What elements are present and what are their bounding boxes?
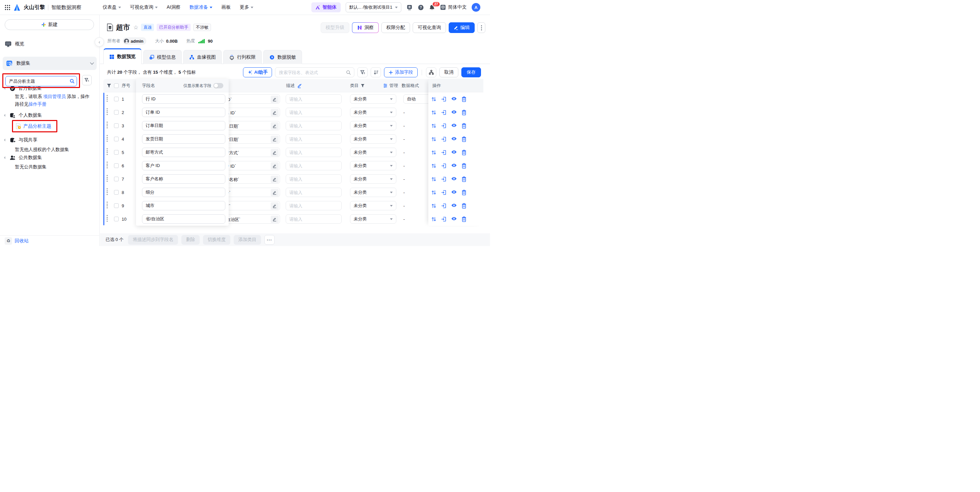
sidebar-collapse-button[interactable]: ‹ [95,37,104,47]
drag-handle-icon[interactable] [107,95,108,102]
category-select[interactable]: 未分类 [350,188,396,197]
description-input[interactable] [286,188,342,197]
edit-expression-button[interactable] [270,109,278,116]
delete-field-button[interactable] [461,203,467,209]
category-select[interactable]: 未分类 [350,94,396,103]
more-bulk-actions-button[interactable]: ··· [264,235,275,245]
more-actions-button[interactable] [477,22,485,33]
field-name-input[interactable] [142,161,225,170]
drag-handle-icon[interactable] [107,215,108,222]
convert-field-button[interactable] [441,136,447,142]
field-name-input[interactable] [142,148,225,157]
hide-field-button[interactable] [451,110,457,115]
owner-chip[interactable]: admin [123,37,146,45]
move-field-button[interactable] [431,150,437,155]
tab-model-info[interactable]: 模型信息 [143,50,182,64]
convert-field-button[interactable] [441,96,447,102]
move-field-button[interactable] [431,96,437,102]
edit-expression-button[interactable] [270,96,278,103]
sidebar-item-public-datasets[interactable]: 公共数据集 [0,154,42,162]
field-name-input[interactable] [142,214,225,224]
drag-handle-icon[interactable] [107,122,108,128]
dataset-filter-button[interactable] [82,75,92,85]
category-select[interactable]: 未分类 [350,134,396,144]
description-input[interactable] [286,94,342,103]
add-field-button[interactable]: 添加字段 [384,67,418,77]
project-selector[interactable]: 默认... /验收测试项目1 [346,2,401,12]
search-icon[interactable] [70,79,75,84]
delete-button[interactable]: 删除 [181,235,200,245]
description-input[interactable] [286,214,342,224]
sidebar-item-overview[interactable]: 概览 [5,39,24,49]
favorite-star-icon[interactable]: ☆ [133,24,138,31]
edit-expression-button[interactable] [270,149,278,156]
hide-field-button[interactable] [451,176,457,182]
user-avatar[interactable]: A [472,3,480,12]
drag-handle-icon[interactable] [107,148,108,155]
delete-field-button[interactable] [461,110,467,115]
insight-button[interactable]: 洞察 [352,22,379,33]
sidebar-item-product-analysis[interactable]: 产品分析主题 [16,123,51,129]
edit-expression-button[interactable] [270,136,278,143]
category-select[interactable]: 未分类 [350,214,396,224]
field-name-input[interactable] [142,108,225,117]
category-select[interactable]: 未分类 [350,108,396,117]
row-checkbox[interactable] [114,190,119,195]
row-checkbox[interactable] [114,177,119,182]
dup-name-toggle[interactable] [213,79,223,92]
category-select[interactable]: 未分类 [350,148,396,157]
select-all-checkbox[interactable] [114,79,119,92]
manage-categories-button[interactable]: 管理 [383,79,398,92]
row-checkbox[interactable] [114,203,119,208]
ai-edit-icon[interactable] [297,83,302,88]
delete-field-button[interactable] [461,176,467,182]
row-checkbox[interactable] [114,123,119,128]
sidebar-item-personal-datasets[interactable]: 个人数据集 [0,111,42,119]
expander-icon[interactable] [4,114,7,117]
tab-row-column-permission[interactable]: 行列权限 [223,50,262,64]
convert-field-button[interactable] [441,163,447,169]
drag-handle-icon[interactable] [107,135,108,142]
move-field-button[interactable] [431,136,437,142]
ai-assistant-button[interactable]: AI助手 [243,67,272,77]
row-checkbox[interactable] [114,150,119,154]
convert-field-button[interactable] [441,203,447,209]
nav-item-visual-query[interactable]: 可视化查询 [130,4,158,10]
hide-field-button[interactable] [451,189,457,195]
nav-item-dashboard[interactable]: 仪表盘 [103,4,121,10]
convert-field-button[interactable] [441,110,447,115]
drag-handle-icon[interactable] [107,175,108,182]
hide-field-button[interactable] [451,163,457,169]
sort-fields-button[interactable] [371,67,381,77]
nav-item-more[interactable]: 更多 [240,4,253,10]
tab-data-preview[interactable]: 数据预览 [103,48,142,64]
add-category-button[interactable]: 添加类目 [234,235,261,245]
language-switcher[interactable]: 简体中文 [440,4,467,10]
row-checkbox[interactable] [114,110,119,115]
permission-assign-button[interactable]: 权限分配 [381,22,410,33]
edit-expression-button[interactable] [270,122,278,130]
move-field-button[interactable] [431,203,437,209]
relation-model-button[interactable] [426,67,436,77]
edit-expression-button[interactable] [270,162,278,170]
move-field-button[interactable] [431,163,437,169]
description-input[interactable] [286,161,342,170]
search-icon[interactable] [346,70,351,75]
model-upgrade-button[interactable]: 模型升级 [321,22,349,33]
edit-button[interactable]: 编辑 [449,22,475,33]
nav-item-data-prep[interactable]: 数据准备 [189,4,212,10]
category-select[interactable]: 未分类 [350,201,396,210]
drag-handle-icon[interactable] [107,188,108,195]
hide-field-button[interactable] [451,203,457,209]
delete-field-button[interactable] [461,96,467,102]
notifications-bell-icon[interactable]: 27 [429,4,435,11]
apps-grid-icon[interactable] [5,5,10,10]
cancel-button[interactable]: 取消 [439,67,458,77]
field-name-input[interactable] [142,94,225,103]
category-filter-icon[interactable] [361,84,365,88]
drag-handle-icon[interactable] [107,202,108,209]
drag-handle-icon[interactable] [107,162,108,168]
edit-expression-button[interactable] [270,202,278,210]
convert-field-button[interactable] [441,217,447,222]
convert-field-button[interactable] [441,189,447,195]
